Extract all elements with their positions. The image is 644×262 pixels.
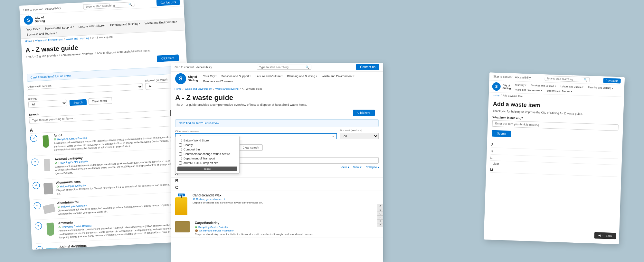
item-icon-alcans: ↺ xyxy=(33,182,40,189)
card-2-az-guide-dropdown: Skip to content Accessibility 🔍 Contact … xyxy=(171,63,383,262)
item-icon-acids: ↺ xyxy=(30,135,37,142)
card3-submit-btn[interactable]: Submit xyxy=(492,130,511,137)
checkbox-transport[interactable] xyxy=(179,157,182,160)
card3-contact-btn[interactable]: Contact us xyxy=(603,78,621,83)
card2-nav-planning[interactable]: Planning and Building▾ xyxy=(285,74,319,78)
card3-skip-links: Skip to content Accessibility xyxy=(493,75,531,79)
card1-bintype-select[interactable]: All xyxy=(28,100,67,108)
card3-back-btn[interactable]: ◀ ← Back xyxy=(594,232,616,239)
card2-click-here-btn[interactable]: Click here xyxy=(353,110,375,116)
back-arrow-icon: ◀ xyxy=(598,234,601,237)
card2-other-waste-label: Other waste services xyxy=(175,130,337,133)
card2-nav-business[interactable]: Business and Tourism▾ xyxy=(201,79,235,84)
card2-view-link-1[interactable]: View ▾ xyxy=(341,166,349,169)
card2-view-link-2[interactable]: View ▾ xyxy=(353,166,362,169)
card3-partial-alpha: J K L cleat M xyxy=(486,139,622,179)
card1-search-btn[interactable]: Search xyxy=(70,99,87,106)
nav-planning[interactable]: Planning and Building▾ xyxy=(108,21,142,27)
card2-item-candle: free Candle/candle wax 🗑 Red-top general… xyxy=(171,192,383,217)
card2-cant-find[interactable]: Can't find an item? Let us know. xyxy=(175,119,379,127)
card2-candle-desc: Dispose of candles and candle wax in you… xyxy=(193,201,379,204)
item-icon-aerosol: ↺ xyxy=(31,158,39,166)
card2-accessibility[interactable]: Accessibility xyxy=(196,66,212,69)
idx-a[interactable]: A xyxy=(377,204,383,208)
card2-carpet-desc: Carpet and underlay are not suitable for… xyxy=(195,233,379,236)
card3-search-icon: 🔍 xyxy=(583,78,587,81)
card2-skip-content[interactable]: Skip to content xyxy=(175,66,194,69)
checkbox-battery[interactable] xyxy=(179,139,182,142)
idx-e[interactable]: E xyxy=(377,220,383,223)
dropdown-close-btn[interactable]: Close xyxy=(177,167,237,171)
idx-d[interactable]: D xyxy=(377,216,383,220)
item-img-alfoil xyxy=(43,201,55,216)
card2-search-input[interactable] xyxy=(259,66,304,69)
carpet-image xyxy=(175,221,190,232)
card3-nav-leisure[interactable]: Leisure and Culture▾ xyxy=(558,84,585,89)
dropdown-item-compost[interactable]: Compost bin xyxy=(177,147,237,152)
item-details-aerosol: Aerosol can/spray ♻ Recycling Centre Bal… xyxy=(55,150,188,176)
checkbox-containers[interactable] xyxy=(179,152,182,156)
card2-logo: S City ofStirling xyxy=(175,73,198,84)
card2-nav-leisure[interactable]: Leisure and Culture▾ xyxy=(253,74,285,78)
card2-candle-disposal: 🗑 Red-top general waste bin xyxy=(193,198,379,201)
card2-page-title: A - Z waste guide xyxy=(171,92,383,103)
carpet-icon-area xyxy=(175,221,190,232)
card1-search-input[interactable] xyxy=(85,3,127,8)
card2-nav-waste[interactable]: Waste and Environment▾ xyxy=(320,74,356,78)
card2-candle-details: Candle/candle wax 🗑 Red-top general wast… xyxy=(193,194,379,204)
card3-nav-services[interactable]: Services and Support▾ xyxy=(529,83,558,88)
nav-your-city[interactable]: Your City▾ xyxy=(24,26,42,32)
checkbox-compost[interactable] xyxy=(179,148,182,151)
card3-nav-waste[interactable]: Waste and Environment▾ xyxy=(513,87,544,93)
card3-logo-icon: S xyxy=(492,82,501,91)
candle-image xyxy=(175,197,187,215)
card-3-add-waste: Skip to content Accessibility 🔍 Contact … xyxy=(484,72,625,244)
candle-icon-area: free xyxy=(175,194,187,215)
checkbox-drummuster[interactable] xyxy=(179,161,182,165)
item-img-alcans xyxy=(42,181,54,196)
card2-disposal-select[interactable]: All xyxy=(340,133,379,139)
card2-nav-yourcity[interactable]: Your City▾ xyxy=(201,74,219,78)
dropdown-item-containers[interactable]: Containers for change refund centre xyxy=(177,152,237,156)
item-img-ammonia xyxy=(44,221,56,237)
idx-b[interactable]: B xyxy=(377,208,383,212)
card3-search-input[interactable] xyxy=(547,77,582,81)
card1-contact-btn[interactable]: Contact us xyxy=(156,0,180,6)
dropdown-item-battery[interactable]: Battery World Store xyxy=(177,138,237,143)
card3-nav-business[interactable]: Business and Tourism▾ xyxy=(545,88,574,94)
idx-c[interactable]: C xyxy=(377,212,383,216)
nav-leisure[interactable]: Leisure and Culture▾ xyxy=(77,23,108,29)
card2-clear-btn[interactable]: Clear search xyxy=(239,144,263,151)
card2-collapse-link[interactable]: Collapse ▴ xyxy=(365,166,379,169)
idx-f[interactable]: F xyxy=(377,223,383,227)
nav-waste[interactable]: Waste and Environment▾ xyxy=(143,19,179,26)
card3-nav-planning[interactable]: Planning and Building▾ xyxy=(586,85,615,90)
card1-click-here-btn[interactable]: Click here xyxy=(157,54,179,62)
checkbox-charity[interactable] xyxy=(179,143,182,147)
card3-nav-yourcity[interactable]: Your City▾ xyxy=(513,83,529,87)
card3-accessibility[interactable]: Accessibility xyxy=(515,76,531,79)
card2-search: 🔍 xyxy=(257,65,311,70)
card-1-az-guide: Skip to content Accessibility 🔍 Contact … xyxy=(19,0,196,250)
accessibility-link[interactable]: Accessibility xyxy=(45,6,61,11)
dropdown-item-charity[interactable]: Charity xyxy=(177,143,237,147)
card3-search: 🔍 xyxy=(545,76,589,82)
card2-nav-services[interactable]: Services and Support▾ xyxy=(219,74,253,78)
search-icon: 🔍 xyxy=(128,3,132,6)
skip-content-link[interactable]: Skip to content xyxy=(23,7,43,12)
card2-logo-nav: S City ofStirling Your City▾ Services an… xyxy=(171,72,383,86)
logo-text: City ofStirling xyxy=(35,16,45,23)
item-icon-alfoil: ↺ xyxy=(33,202,41,209)
item-img-aerosol xyxy=(41,158,53,173)
nav-services[interactable]: Services and Support▾ xyxy=(43,25,76,31)
card2-contact-btn[interactable]: Contact us xyxy=(356,64,379,70)
card2-alpha-b: B xyxy=(171,177,383,184)
card2-header: Skip to content Accessibility 🔍 Contact … xyxy=(171,63,383,72)
nav-business[interactable]: Business and Tourism▾ xyxy=(24,31,59,37)
dropdown-item-transport[interactable]: Department of Transport xyxy=(177,156,237,161)
card1-clear-btn[interactable]: Clear search xyxy=(88,97,112,105)
card3-skip-content[interactable]: Skip to content xyxy=(493,75,513,79)
card1-search: 🔍 xyxy=(83,2,135,9)
card2-carpet-details: Carpet/underlay ♻ Recycling Centre Balca… xyxy=(195,221,379,236)
dropdown-item-drummuster[interactable]: drumMUSTER drop off site xyxy=(177,161,237,165)
